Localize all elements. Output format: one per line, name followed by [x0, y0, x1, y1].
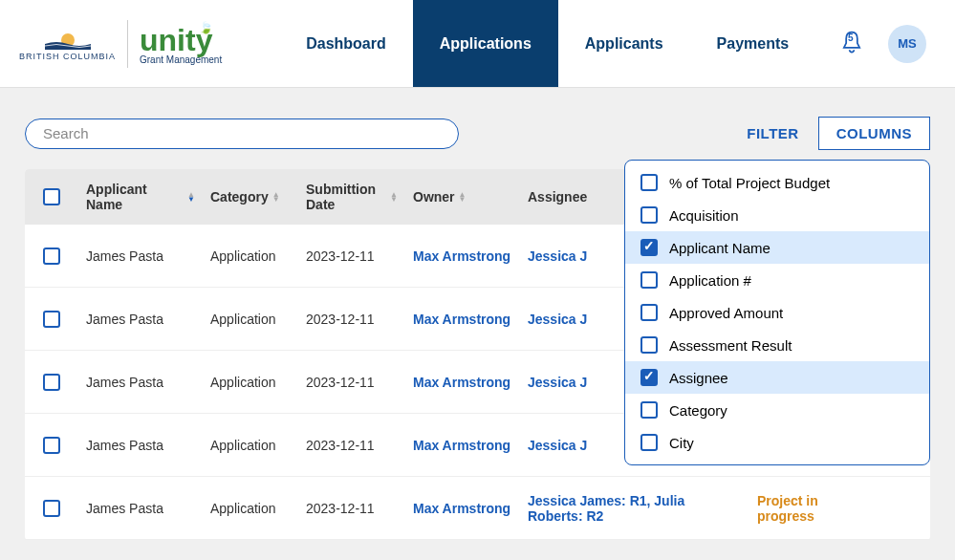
sort-icon: ▲▼	[272, 192, 280, 202]
column-option-checkbox[interactable]	[640, 336, 658, 354]
bc-logo: BRITISH COLUMBIA	[19, 27, 116, 61]
nav-item-applicants[interactable]: Applicants	[558, 0, 690, 87]
column-option[interactable]: Assignee	[625, 361, 929, 394]
column-option-checkbox[interactable]	[640, 304, 658, 321]
select-all-cell	[25, 188, 78, 205]
logo-divider	[127, 20, 128, 68]
cell-applicant-name: James Pasta	[78, 375, 203, 390]
column-option[interactable]: Application #	[625, 264, 929, 296]
cell-category: Application	[203, 312, 298, 327]
cell-date: 2023-12-11	[298, 312, 405, 327]
row-select-cell	[25, 311, 78, 328]
column-option-label: Acquisition	[669, 207, 739, 224]
row-select-cell	[25, 374, 78, 391]
column-option-label: Assessment Result	[669, 337, 792, 354]
column-option-label: % of Total Project Budget	[669, 175, 830, 191]
column-option[interactable]: Approved Amount	[625, 296, 929, 329]
column-option-label: City	[669, 435, 694, 451]
column-option-label: Category	[669, 402, 727, 419]
cell-owner-link[interactable]: Max Armstrong	[405, 312, 520, 327]
row-checkbox[interactable]	[43, 311, 60, 328]
column-option-checkbox[interactable]	[640, 206, 658, 224]
column-option[interactable]: City	[625, 426, 929, 459]
columns-dropdown: % of Total Project BudgetAcquisitionAppl…	[624, 160, 930, 465]
app-header: BRITISH COLUMBIA unity🍃 Grant Management…	[0, 0, 955, 88]
unity-logo-text: unity🍃	[140, 23, 222, 58]
row-select-cell	[25, 248, 78, 265]
nav-item-payments[interactable]: Payments	[690, 0, 816, 87]
table-row: James PastaApplication2023-12-11Max Arms…	[25, 477, 930, 540]
cell-applicant-name: James Pasta	[78, 438, 203, 453]
cell-assignee-link[interactable]: Jessica James: R1, Julia Roberts: R2	[520, 493, 749, 524]
cell-date: 2023-12-11	[298, 438, 405, 453]
columns-button[interactable]: COLUMNS	[818, 117, 930, 150]
cell-category: Application	[203, 501, 298, 516]
column-option[interactable]: Applicant Name	[625, 231, 929, 264]
cell-applicant-name: James Pasta	[78, 248, 203, 264]
toolbar-right: FILTER COLUMNS	[747, 117, 930, 150]
sort-icon: ▲▼	[390, 192, 398, 202]
column-option[interactable]: Assessment Result	[625, 329, 929, 361]
cell-applicant-name: James Pasta	[78, 501, 203, 516]
row-select-cell	[25, 500, 78, 517]
row-checkbox[interactable]	[43, 437, 60, 454]
column-option-checkbox[interactable]	[640, 239, 658, 256]
cell-date: 2023-12-11	[298, 248, 405, 264]
cell-category: Application	[203, 375, 298, 390]
notifications-count: 5	[848, 32, 854, 43]
filter-button[interactable]: FILTER	[747, 125, 798, 141]
column-option-label: Approved Amount	[669, 305, 783, 321]
column-option-checkbox[interactable]	[640, 401, 658, 419]
row-checkbox[interactable]	[43, 500, 60, 517]
sort-icon: ▲▼	[459, 192, 467, 202]
cell-date: 2023-12-11	[298, 375, 405, 390]
col-header-submission-date[interactable]: Submittion Date▲▼	[298, 182, 405, 212]
select-all-checkbox[interactable]	[43, 188, 60, 205]
notifications-button[interactable]: 5	[838, 29, 865, 59]
leaf-icon: 🍃	[199, 21, 213, 34]
col-header-category[interactable]: Category▲▼	[203, 189, 298, 205]
cell-status: Project in progress	[749, 493, 883, 524]
column-option-checkbox[interactable]	[640, 369, 658, 386]
row-checkbox[interactable]	[43, 374, 60, 391]
row-select-cell	[25, 437, 78, 454]
cell-owner-link[interactable]: Max Armstrong	[405, 375, 520, 390]
cell-category: Application	[203, 248, 298, 264]
column-option-label: Applicant Name	[669, 240, 771, 256]
toolbar: FILTER COLUMNS	[25, 117, 930, 150]
main-nav: DashboardApplicationsApplicantsPayments	[279, 0, 815, 87]
content-area: FILTER COLUMNS Applicant Name▲▼ Category…	[0, 88, 955, 560]
cell-owner-link[interactable]: Max Armstrong	[405, 248, 520, 264]
cell-owner-link[interactable]: Max Armstrong	[405, 438, 520, 453]
col-header-applicant-name[interactable]: Applicant Name▲▼	[78, 182, 203, 212]
column-option[interactable]: Acquisition	[625, 199, 929, 231]
unity-logo: unity🍃 Grant Management	[140, 23, 222, 65]
column-option-checkbox[interactable]	[640, 174, 658, 191]
cell-date: 2023-12-11	[298, 501, 405, 516]
nav-item-applications[interactable]: Applications	[413, 0, 558, 87]
logo-area: BRITISH COLUMBIA unity🍃 Grant Management	[0, 20, 241, 68]
cell-category: Application	[203, 438, 298, 453]
cell-owner-link[interactable]: Max Armstrong	[405, 501, 520, 516]
nav-item-dashboard[interactable]: Dashboard	[279, 0, 413, 87]
cell-applicant-name: James Pasta	[78, 312, 203, 327]
column-option-label: Assignee	[669, 370, 728, 386]
search-input[interactable]	[25, 118, 459, 149]
column-option-label: Application #	[669, 272, 751, 289]
header-right: 5 MS	[838, 25, 955, 63]
row-checkbox[interactable]	[43, 248, 60, 265]
bc-logo-text: BRITISH COLUMBIA	[19, 52, 116, 61]
col-header-owner[interactable]: Owner▲▼	[405, 189, 520, 205]
bc-sun-icon	[45, 27, 91, 50]
user-avatar[interactable]: MS	[888, 25, 926, 63]
column-option[interactable]: Category	[625, 394, 929, 426]
column-option[interactable]: % of Total Project Budget	[625, 166, 929, 199]
column-option-checkbox[interactable]	[640, 434, 658, 451]
sort-icon: ▲▼	[187, 192, 195, 202]
column-option-checkbox[interactable]	[640, 271, 658, 289]
